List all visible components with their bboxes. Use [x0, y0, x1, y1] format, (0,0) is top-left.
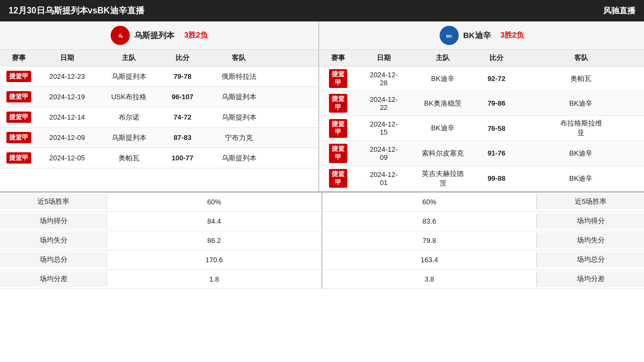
col-headers-row: 赛事 日期 主队 比分 客队 赛事 日期 主队 比分 客队 [0, 50, 644, 67]
left-home: 布尔诺 [97, 107, 161, 127]
stats-section: 近5场胜率 60% 60% 近5场胜率 场均得分 84.4 83.6 场均得分 … [0, 191, 644, 289]
right-score: 91-76 [475, 141, 518, 165]
left-team-record: 3胜2负 [184, 31, 208, 40]
right-match-badge: 捷篮甲 [319, 166, 357, 191]
page-header: 12月30日乌斯提列本vsBK迪辛直播 风驰直播 [0, 0, 644, 21]
svg-text:BK: BK [446, 34, 452, 39]
left-date: 2024-12-14 [38, 107, 97, 127]
stat-value-right: 3.8 [323, 272, 537, 286]
right-match-badge: 捷篮甲 [319, 67, 357, 91]
stat-value-left: 84.4 [107, 214, 321, 228]
right-team-record: 3胜2负 [501, 31, 524, 40]
left-match-badge: 捷篮甲 [0, 67, 38, 86]
right-away: 布拉格斯拉维亚 [518, 116, 644, 141]
left-header-score: 比分 [161, 50, 204, 66]
right-col-headers: 赛事 日期 主队 比分 客队 [319, 50, 644, 67]
stat-label-right: 场均分差 [537, 271, 644, 287]
stat-value-right: 79.8 [323, 233, 537, 248]
left-away: 宁布力克 [204, 128, 274, 147]
stat-label-left: 场均失分 [0, 232, 107, 248]
stat-value-left: 1.8 [107, 272, 321, 286]
left-home: USK布拉格 [97, 87, 161, 107]
left-home: 奥帕瓦 [97, 148, 161, 168]
left-data-rows: 捷篮甲 2024-12-23 乌斯提列本 79-78 俄斯特拉法 捷篮甲 202… [0, 67, 319, 191]
right-table-row: 捷篮甲 2024-12-01 英吉夫赫拉德茨 99-88 BK迪辛 [319, 166, 644, 191]
left-date: 2024-12-09 [38, 128, 97, 147]
stat-value-left: 170.6 [107, 253, 321, 267]
right-table-row: 捷篮甲 2024-12-09 索科尔皮塞克 91-76 BK迪辛 [319, 141, 644, 166]
left-header-match: 赛事 [0, 50, 38, 66]
left-home: 乌斯提列本 [97, 128, 161, 147]
right-data-rows: 捷篮甲 2024-12-28 BK迪辛 92-72 奥帕瓦 捷篮甲 2024-1… [319, 67, 644, 191]
right-score: 76-58 [475, 116, 518, 141]
left-team-logo: 乌 [111, 26, 130, 45]
left-team-name: 乌斯提列本 [134, 31, 174, 41]
stat-value-left: 86.2 [107, 233, 321, 248]
right-header-match: 赛事 [319, 50, 357, 66]
stat-label-right: 场均总分 [537, 252, 644, 268]
right-away: BK迪辛 [518, 141, 644, 165]
right-match-badge: 捷篮甲 [319, 116, 357, 141]
left-score: 74-72 [161, 107, 204, 127]
left-score: 87-83 [161, 128, 204, 147]
right-table-row: 捷篮甲 2024-12-22 BK奥洛稳茨 79-86 BK迪辛 [319, 91, 644, 116]
right-home: 英吉夫赫拉德茨 [411, 166, 475, 191]
left-away: 乌斯提列本 [204, 148, 274, 168]
right-home: BK奥洛稳茨 [411, 91, 475, 115]
right-date: 2024-12-15 [357, 116, 411, 141]
page-title: 12月30日乌斯提列本vsBK迪辛直播 [9, 5, 144, 17]
stat-value-right: 163.4 [323, 253, 537, 267]
stat-value-left: 60% [107, 195, 321, 209]
stat-row: 场均失分 86.2 79.8 场均失分 [0, 231, 644, 250]
right-date: 2024-12-22 [357, 91, 411, 115]
left-away: 俄斯特拉法 [204, 67, 274, 86]
left-match-badge: 捷篮甲 [0, 148, 38, 168]
right-date: 2024-12-01 [357, 166, 411, 191]
left-table-row: 捷篮甲 2024-12-19 USK布拉格 96-107 乌斯提列本 [0, 87, 318, 107]
right-header-score: 比分 [475, 50, 518, 66]
left-table-row: 捷篮甲 2024-12-09 乌斯提列本 87-83 宁布力克 [0, 128, 318, 148]
right-score: 99-88 [475, 166, 518, 191]
left-match-badge: 捷篮甲 [0, 87, 38, 107]
left-match-badge: 捷篮甲 [0, 107, 38, 127]
left-col-headers: 赛事 日期 主队 比分 客队 [0, 50, 319, 67]
right-header-away: 客队 [518, 50, 644, 66]
right-team-name: BK迪辛 [463, 31, 491, 41]
left-team-header: 乌 乌斯提列本 3胜2负 [0, 21, 319, 49]
stat-label-left: 场均总分 [0, 252, 107, 268]
left-home: 乌斯提列本 [97, 67, 161, 86]
right-table-row: 捷篮甲 2024-12-15 BK迪辛 76-58 布拉格斯拉维亚 [319, 116, 644, 141]
left-score: 79-78 [161, 67, 204, 86]
svg-text:乌: 乌 [118, 34, 122, 39]
brand-name: 风驰直播 [603, 6, 635, 16]
stat-label-left: 场均得分 [0, 213, 107, 229]
right-table-row: 捷篮甲 2024-12-28 BK迪辛 92-72 奥帕瓦 [319, 67, 644, 91]
right-header-home: 主队 [411, 50, 475, 66]
right-date: 2024-12-28 [357, 67, 411, 91]
right-match-badge: 捷篮甲 [319, 91, 357, 115]
left-header-date: 日期 [38, 50, 97, 66]
stat-value-right: 60% [323, 195, 537, 209]
left-date: 2024-12-19 [38, 87, 97, 107]
left-table-row: 捷篮甲 2024-12-23 乌斯提列本 79-78 俄斯特拉法 [0, 67, 318, 87]
right-home: 索科尔皮塞克 [411, 141, 475, 165]
right-date: 2024-12-09 [357, 141, 411, 165]
stat-label-left: 近5场胜率 [0, 194, 107, 210]
stat-row: 场均分差 1.8 3.8 场均分差 [0, 270, 644, 289]
stat-label-left: 场均分差 [0, 271, 107, 287]
left-away: 乌斯提列本 [204, 107, 274, 127]
stat-label-right: 近5场胜率 [537, 194, 644, 210]
right-home: BK迪辛 [411, 116, 475, 141]
left-date: 2024-12-05 [38, 148, 97, 168]
right-home: BK迪辛 [411, 67, 475, 91]
right-header-date: 日期 [357, 50, 411, 66]
left-score: 96-107 [161, 87, 204, 107]
left-date: 2024-12-23 [38, 67, 97, 86]
left-table-row: 捷篮甲 2024-12-05 奥帕瓦 100-77 乌斯提列本 [0, 148, 318, 168]
left-header-home: 主队 [97, 50, 161, 66]
right-away: 奥帕瓦 [518, 67, 644, 91]
right-away: BK迪辛 [518, 166, 644, 191]
left-away: 乌斯提列本 [204, 87, 274, 107]
left-score: 100-77 [161, 148, 204, 168]
right-team-logo: BK [440, 26, 459, 45]
